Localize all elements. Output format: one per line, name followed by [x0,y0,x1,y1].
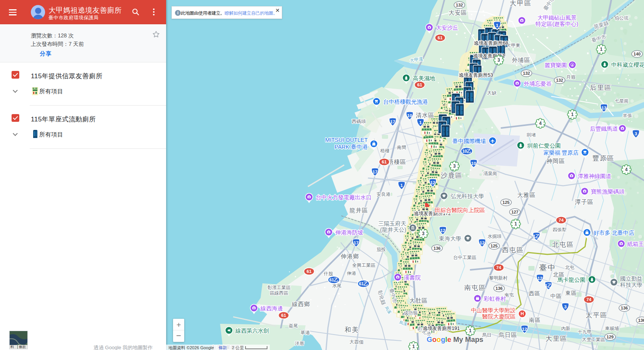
svg-text:七星崗: 七星崗 [615,98,629,104]
svg-text:后豐鐵馬道: 后豐鐵馬道 [590,126,618,132]
svg-text:內新: 內新 [561,326,570,331]
svg-text:12: 12 [538,276,543,281]
svg-text:遶境友善廁所68: 遶境友善廁所68 [474,40,508,46]
svg-text:遶境友善廁所191: 遶境友善廁所191 [423,326,460,331]
svg-text:草港: 草港 [301,330,310,335]
svg-text:伸港: 伸港 [346,271,356,276]
svg-text:車籠埔: 車籠埔 [605,326,619,331]
svg-text:61: 61 [438,35,443,40]
svg-text:線西第六水劍: 線西第六水劍 [235,328,269,334]
svg-text:1乙: 1乙 [545,283,552,288]
svg-text:10乙: 10乙 [462,149,471,153]
svg-text:十九甲: 十九甲 [578,329,592,335]
svg-text:中山醫學大學附設: 中山醫學大學附設 [471,307,516,313]
svg-text:國立勤益: 國立勤益 [620,276,642,282]
svg-text:大甲區: 大甲區 [510,0,532,7]
svg-text:大里工業區: 大里工業區 [582,337,605,342]
svg-text:1: 1 [600,47,603,52]
svg-text:74: 74 [587,297,592,302]
svg-text:西區: 西區 [529,290,540,296]
svg-text:大里區: 大里區 [546,335,568,342]
svg-text:伸港鄉: 伸港鄉 [340,253,359,259]
svg-text:MITSUI OUTLET: MITSUI OUTLET [325,137,368,143]
svg-text:125: 125 [503,200,509,205]
svg-text:安良港: 安良港 [377,192,390,197]
svg-text:136: 136 [638,318,644,323]
svg-text:南區: 南區 [529,317,541,323]
svg-text:台中火力發電廠出水口: 台中火力發電廠出水口 [316,194,372,200]
svg-text:潭子區: 潭子區 [575,199,594,205]
svg-text:彩虹眷村: 彩虹眷村 [483,296,506,302]
svg-text:中區: 中區 [550,293,562,299]
svg-text:17: 17 [373,170,378,174]
svg-text:125: 125 [491,244,498,248]
svg-text:61乙: 61乙 [359,281,368,286]
svg-text:圳前仁愛公園: 圳前仁愛公園 [527,143,561,149]
svg-text:伯公坑: 伯公坑 [614,15,629,21]
svg-text:大霞佃: 大霞佃 [350,339,363,345]
svg-text:家樂福 豐原店: 家樂福 豐原店 [543,150,579,156]
svg-text:大雅區: 大雅區 [517,192,536,198]
svg-text:大肚區: 大肚區 [409,297,428,304]
svg-text:外埔忘憂谷: 外埔忘憂谷 [524,81,552,87]
svg-text:74: 74 [559,218,564,222]
svg-text:3: 3 [422,231,425,236]
svg-text:12: 12 [480,241,485,245]
svg-text:外埔區: 外埔區 [512,57,530,63]
svg-text:沙鹿區: 沙鹿區 [441,172,463,179]
svg-text:茄投: 茄投 [377,247,386,252]
svg-text:61乙: 61乙 [329,278,338,282]
svg-text:12: 12 [441,228,446,233]
svg-text:神岡區: 神岡區 [546,158,565,164]
svg-text:1: 1 [515,221,517,227]
svg-text:129: 129 [607,335,614,339]
svg-text:清水區: 清水區 [416,112,434,118]
svg-text:科技大學: 科技大學 [620,282,642,288]
svg-text:大甲鐵砧山風景: 大甲鐵砧山風景 [537,15,577,21]
svg-text:彰濱工業區: 彰濱工業區 [267,285,291,290]
svg-text:紙箱王: 紙箱王 [627,241,644,247]
svg-text:4: 4 [539,121,542,126]
svg-text:4: 4 [625,167,628,172]
svg-text:西碼頭: 西碼頭 [352,119,366,124]
svg-text:中科崴立櫻花: 中科崴立櫻花 [611,62,644,68]
svg-text:3: 3 [564,305,567,309]
svg-text:61: 61 [417,82,422,87]
svg-text:13: 13 [602,106,607,110]
svg-text:1: 1 [419,120,422,125]
svg-text:崙尾: 崙尾 [289,323,298,328]
svg-text:132: 132 [523,71,530,76]
svg-text:大缺: 大缺 [487,90,497,96]
svg-text:3: 3 [498,57,500,63]
svg-text:1: 1 [469,328,472,333]
svg-text:龍井區: 龍井區 [350,207,368,214]
svg-text:12: 12 [430,180,435,185]
svg-text:水掘頭: 水掘頭 [488,234,501,239]
svg-text:西屯區: 西屯區 [502,246,524,254]
svg-text:半張: 半張 [623,113,632,118]
svg-text:127: 127 [511,210,518,214]
svg-text:圳堵: 圳堵 [526,132,536,138]
svg-text:大安區: 大安區 [449,9,467,16]
svg-text:61: 61 [382,160,387,164]
svg-text:17: 17 [390,119,395,124]
svg-text:10: 10 [471,161,476,166]
svg-text:四張犁: 四張犁 [553,227,567,232]
svg-text:線西海邊: 線西海邊 [260,305,283,311]
svg-text:61: 61 [307,269,312,274]
svg-text:伸港海防坡: 伸港海防坡 [335,229,363,236]
svg-text:豐原區: 豐原區 [593,155,615,162]
svg-text:溪書院: 溪書院 [404,274,421,281]
svg-text:132: 132 [556,78,563,82]
svg-text:月眉: 月眉 [566,74,575,80]
svg-text:梧棲: 梧棲 [380,148,390,153]
svg-text:清泉崗: 清泉崗 [483,171,497,176]
svg-text:好市多 北臺中店: 好市多 北臺中店 [594,230,634,236]
svg-text:東區: 東區 [565,290,577,296]
svg-text:1: 1 [496,23,499,28]
svg-text:PARK 臺中港: PARK 臺中港 [335,144,368,150]
svg-text:料: 料 [10,345,14,349]
svg-text:臺中: 臺中 [539,263,556,272]
svg-text:136: 136 [621,306,628,310]
svg-text:什股: 什股 [323,271,333,276]
